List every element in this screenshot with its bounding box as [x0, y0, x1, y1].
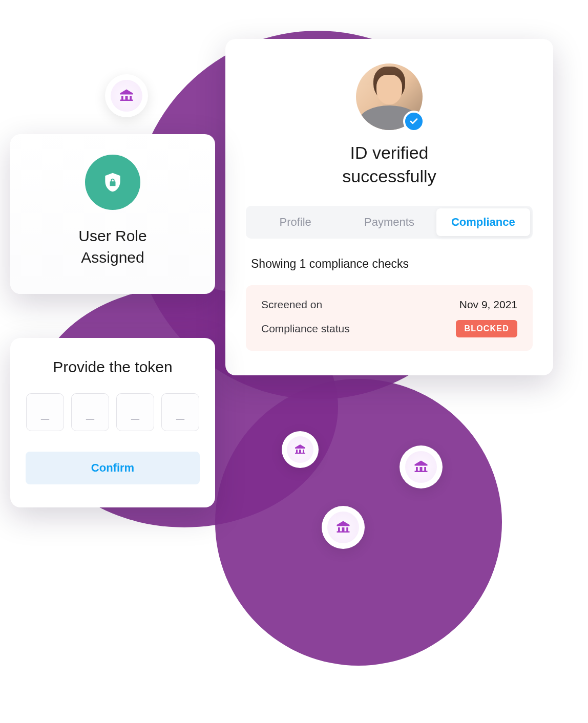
token-digit-4[interactable]: _	[161, 393, 199, 431]
token-digit-3[interactable]: _	[116, 393, 154, 431]
verified-badge-icon	[403, 111, 425, 132]
bank-icon	[294, 443, 306, 456]
bank-icon-bubble	[282, 431, 319, 468]
confirm-button[interactable]: Confirm	[26, 452, 200, 484]
token-title: Provide the token	[26, 358, 200, 376]
compliance-check-item: Screened on Nov 9, 2021 Compliance statu…	[246, 285, 533, 351]
screened-label: Screened on	[261, 299, 322, 311]
bank-icon-bubble	[322, 506, 365, 549]
avatar-wrap	[356, 63, 423, 130]
shield-lock-icon	[85, 155, 140, 210]
compliance-list-title: Showing 1 compliance checks	[246, 257, 533, 271]
tabs: Profile Payments Compliance	[246, 206, 533, 239]
token-card: Provide the token _ _ _ _ Confirm	[10, 338, 215, 507]
screened-date: Nov 9, 2021	[459, 299, 517, 311]
tab-profile[interactable]: Profile	[248, 208, 342, 236]
token-digit-2[interactable]: _	[71, 393, 109, 431]
bank-icon	[413, 459, 429, 475]
bank-icon-bubble	[105, 74, 148, 117]
user-role-card: User Role Assigned	[10, 134, 215, 294]
token-inputs: _ _ _ _	[26, 393, 200, 431]
bank-icon	[119, 88, 134, 103]
verification-title: ID verified successfully	[246, 141, 533, 188]
token-digit-1[interactable]: _	[26, 393, 64, 431]
status-badge: BLOCKED	[456, 320, 517, 337]
role-title: User Role Assigned	[26, 225, 200, 268]
bank-icon	[335, 520, 351, 535]
status-label: Compliance status	[261, 323, 350, 335]
tab-payments[interactable]: Payments	[342, 208, 436, 236]
verification-card: ID verified successfully Profile Payment…	[225, 39, 553, 375]
tab-compliance[interactable]: Compliance	[436, 208, 530, 236]
bank-icon-bubble	[400, 445, 443, 488]
